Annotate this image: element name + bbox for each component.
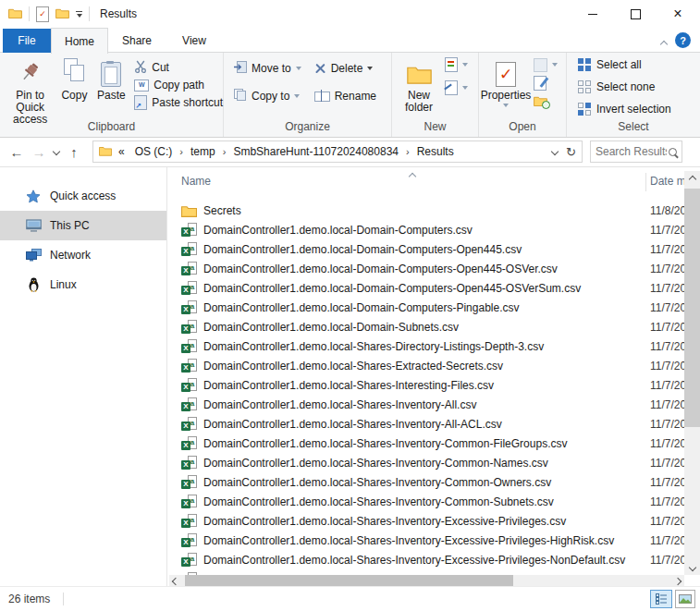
sidebar-item-network[interactable]: Network [0,240,166,270]
breadcrumb-segment[interactable]: OS (C:) [131,145,177,158]
file-row[interactable]: aXDomainController1.demo.local-Domain-Co… [167,220,684,239]
rename-button[interactable]: Rename [314,89,376,104]
select-none-button[interactable]: Select none [578,79,700,94]
scroll-left-icon[interactable] [172,578,179,585]
delete-dropdown-icon[interactable] [367,67,373,70]
new-item-button[interactable] [445,57,468,72]
csv-file-icon: aX [181,553,197,567]
column-divider[interactable] [645,173,646,191]
easy-access-button[interactable] [445,80,468,95]
file-row[interactable]: aXDomainController1.demo.local-Shares-Ex… [167,356,684,375]
file-row[interactable]: aXDomainController1.demo.local-Domain-Co… [167,239,684,259]
file-row[interactable]: aXDomainController1.demo.local-Domain-Co… [167,259,684,278]
monitor-icon [25,219,42,233]
breadcrumb-segment[interactable]: Results [413,145,458,158]
sort-ascending-icon [410,169,415,182]
paste-shortcut-button[interactable]: Paste shortcut [134,95,223,110]
file-row[interactable]: aXDomainController1.demo.local-Domain-Co… [167,278,684,298]
linux-penguin-icon [25,277,42,292]
forward-button[interactable]: → [28,144,50,160]
file-row[interactable]: aXDomainController1.demo.local-Shares-In… [167,531,684,550]
new-item-dropdown-icon [462,63,468,67]
address-dropdown-icon[interactable] [551,148,559,155]
history-icon [534,95,549,108]
file-row[interactable]: Secrets11/8/20 [167,201,684,220]
delete-button[interactable]: Delete [314,61,376,76]
maximize-button[interactable] [614,0,657,28]
tab-share[interactable]: Share [108,29,166,52]
file-row[interactable]: aXDomainController1.demo.local-Shares-In… [167,550,684,569]
move-to-dropdown-icon[interactable] [296,67,301,70]
history-button[interactable] [534,94,558,109]
scroll-up-icon[interactable] [684,171,700,187]
address-box[interactable]: « OS (C:) › temp › SmbShareHunt-11072024… [92,141,583,163]
open-file-button[interactable] [534,57,558,72]
quick-access-star-icon [25,189,42,203]
help-button[interactable]: ? [675,32,691,48]
new-folder-shortcut-icon[interactable] [55,7,69,21]
invert-selection-label: Invert selection [596,103,671,116]
file-row[interactable]: aXDomainController1.demo.local-Shares-In… [167,472,684,492]
copy-path-button[interactable]: W Copy path [134,78,223,92]
customize-toolbar-dropdown-icon[interactable] [76,11,82,18]
breadcrumb-separator-icon[interactable]: › [222,146,227,157]
file-row[interactable]: aXDomainController1.demo.local-Shares-In… [167,434,684,453]
csv-file-icon: aX [181,339,197,353]
csv-file-icon: aX [181,436,197,450]
breadcrumb-segment[interactable]: temp [187,145,219,158]
paste-shortcut-label: Paste shortcut [152,96,223,109]
search-box[interactable] [590,141,682,163]
back-button[interactable]: ← [6,144,28,160]
copy-to-button[interactable]: Copy to [233,89,301,104]
file-row[interactable]: aXDomainController1.demo.local-Domain-Co… [167,298,684,317]
scroll-down-icon[interactable] [684,559,700,575]
navigation-pane: Quick access This PC Network Linux [0,167,167,587]
tab-home[interactable]: Home [51,28,108,54]
scroll-right-icon[interactable] [674,578,682,585]
properties-shortcut-icon[interactable]: ✓ [36,6,49,22]
vertical-scrollbar[interactable] [684,171,700,575]
group-label-select: Select [567,120,700,133]
breadcrumb-overflow[interactable]: « [115,145,129,158]
search-icon[interactable] [669,148,677,156]
sidebar-item-quick-access[interactable]: Quick access [0,181,166,211]
file-name: DomainController1.demo.local-Domain-Comp… [203,224,473,237]
file-row[interactable]: aXDomainController1.demo.local-Shares-In… [167,492,684,511]
up-button[interactable]: ↑ [63,144,85,160]
csv-file-icon: aX [181,514,197,528]
sidebar-item-linux[interactable]: Linux [0,270,166,299]
recent-locations-dropdown-icon[interactable] [50,149,63,154]
breadcrumb-segment[interactable]: SmbShareHunt-11072024080834 [229,145,402,158]
edit-button[interactable] [534,76,558,91]
collapse-ribbon-icon[interactable] [661,37,667,50]
file-row[interactable]: aXDomainController1.demo.local-Shares-In… [167,375,684,395]
select-all-button[interactable]: Select all [578,57,700,72]
file-row[interactable]: aXDomainController1.demo.local-Shares-Di… [167,336,684,356]
copy-to-dropdown-icon[interactable] [294,94,300,98]
breadcrumb-separator-icon[interactable]: › [405,146,411,157]
close-button[interactable]: × [657,0,699,28]
tab-file[interactable]: File [3,29,51,53]
invert-selection-button[interactable]: Invert selection [578,102,700,116]
tab-view[interactable]: View [166,29,223,52]
delete-label: Delete [331,62,363,75]
refresh-icon[interactable]: ↻ [566,145,576,159]
search-input[interactable] [596,145,667,158]
file-row[interactable]: aXDomainController1.demo.local-Shares-In… [167,453,684,472]
breadcrumb-separator-icon[interactable]: › [178,146,184,157]
details-view-button[interactable] [650,590,672,608]
file-row[interactable]: aXDomainController1.demo.local-Shares-In… [167,414,684,434]
minimize-button[interactable] [571,0,614,28]
vertical-scrollbar-thumb[interactable] [684,189,700,427]
large-icons-view-icon [679,594,692,604]
sidebar-item-this-pc[interactable]: This PC [0,211,166,240]
move-to-button[interactable]: Move to [233,61,301,76]
column-header-name[interactable]: Name [181,175,211,188]
close-icon: × [673,6,682,21]
large-icons-view-button[interactable] [675,590,695,608]
file-row[interactable]: aXDomainController1.demo.local-Shares-In… [167,395,684,414]
file-row[interactable]: aXDomainController1.demo.local-Shares-In… [167,511,684,531]
file-row[interactable]: aXDomainController1.demo.local-Domain-Su… [167,317,684,336]
file-date-modified: 11/7/20 [650,224,684,237]
cut-button[interactable]: Cut [134,60,223,75]
